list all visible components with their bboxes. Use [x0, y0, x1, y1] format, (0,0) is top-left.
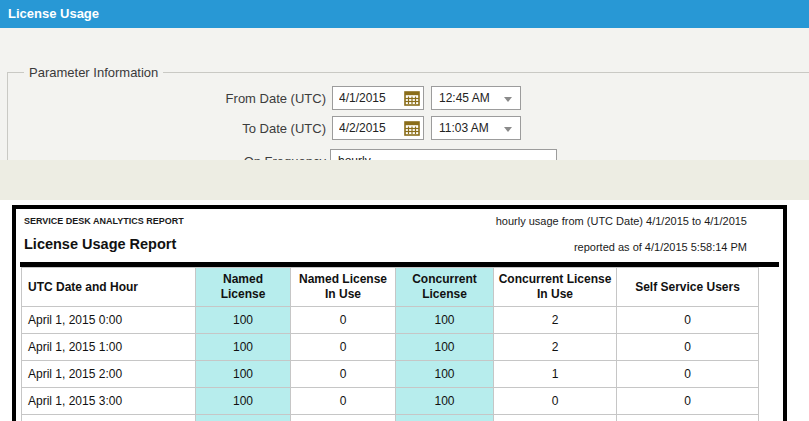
cell-self-service: 0	[617, 307, 759, 334]
cell-self-service: 0	[617, 334, 759, 361]
cell-concurrent-license: 100	[396, 334, 494, 361]
table-row: April 1, 2015 1:00 100 0 100 2 0	[22, 334, 759, 361]
cell-concurrent-license: 100	[396, 388, 494, 415]
cell-named-in-use: 0	[291, 388, 396, 415]
license-usage-window: License Usage Parameter Information From…	[0, 0, 809, 421]
table-row: April 1, 2015 4:00 100 0 100 0 0	[22, 415, 759, 421]
cell-date: April 1, 2015 3:00	[22, 388, 196, 415]
table-row: April 1, 2015 3:00 100 0 100 0 0	[22, 388, 759, 415]
cell-concurrent-in-use: 0	[494, 415, 617, 421]
cell-named-license: 100	[196, 388, 291, 415]
cell-concurrent-in-use: 0	[494, 388, 617, 415]
parameter-section: Parameter Information From Date (UTC) 12…	[0, 28, 809, 160]
parameter-groupbox-legend: Parameter Information	[24, 65, 163, 80]
col-header-utc-date: UTC Date and Hour	[22, 268, 196, 307]
report-viewport: SERVICE DESK ANALYTICS REPORT hourly usa…	[12, 205, 787, 421]
from-date-label: From Date (UTC)	[120, 91, 326, 106]
cell-named-license: 100	[196, 334, 291, 361]
to-date-label: To Date (UTC)	[120, 121, 326, 136]
cell-date: April 1, 2015 2:00	[22, 361, 196, 388]
cell-concurrent-in-use: 2	[494, 334, 617, 361]
cell-date: April 1, 2015 1:00	[22, 334, 196, 361]
cell-concurrent-license: 100	[396, 361, 494, 388]
cell-named-in-use: 0	[291, 334, 396, 361]
cell-concurrent-in-use: 2	[494, 307, 617, 334]
report-timestamp-label: reported as of 4/1/2015 5:58:14 PM	[574, 241, 747, 253]
cell-date: April 1, 2015 0:00	[22, 307, 196, 334]
report-toolbar: of 1 Select a format Export	[0, 160, 809, 200]
report-range-label: hourly usage from (UTC Date) 4/1/2015 to…	[496, 215, 747, 227]
table-header-row: UTC Date and Hour Named License Named Li…	[22, 268, 759, 307]
cell-named-in-use: 0	[291, 361, 396, 388]
cell-named-license: 100	[196, 415, 291, 421]
col-header-concurrent-in-use: Concurrent License In Use	[494, 268, 617, 307]
to-date-calendar-icon[interactable]	[404, 120, 420, 136]
cell-self-service: 0	[617, 361, 759, 388]
chevron-down-icon	[504, 127, 512, 132]
to-time-value: 11:03 AM	[439, 121, 489, 135]
chevron-down-icon	[504, 97, 512, 102]
report-brand-label: SERVICE DESK ANALYTICS REPORT	[24, 216, 184, 226]
cell-date: April 1, 2015 4:00	[22, 415, 196, 421]
cell-named-in-use: 0	[291, 307, 396, 334]
cell-named-license: 100	[196, 361, 291, 388]
to-time-select[interactable]: 11:03 AM	[431, 116, 521, 140]
cell-concurrent-license: 100	[396, 307, 494, 334]
from-date-calendar-icon[interactable]	[404, 90, 420, 106]
col-header-self-service: Self Service Users	[617, 268, 759, 307]
cell-named-in-use: 0	[291, 415, 396, 421]
license-usage-table: UTC Date and Hour Named License Named Li…	[21, 267, 759, 421]
table-row: April 1, 2015 0:00 100 0 100 2 0	[22, 307, 759, 334]
table-row: April 1, 2015 2:00 100 0 100 1 0	[22, 361, 759, 388]
from-time-value: 12:45 AM	[439, 91, 490, 105]
page-title: License Usage	[0, 0, 809, 28]
from-time-select[interactable]: 12:45 AM	[431, 86, 521, 110]
col-header-named-in-use: Named License In Use	[291, 268, 396, 307]
col-header-named-license: Named License	[196, 268, 291, 307]
cell-concurrent-in-use: 1	[494, 361, 617, 388]
report-title: License Usage Report	[24, 236, 176, 252]
col-header-concurrent-license: Concurrent License	[396, 268, 494, 307]
cell-named-license: 100	[196, 307, 291, 334]
cell-self-service: 0	[617, 388, 759, 415]
cell-self-service: 0	[617, 415, 759, 421]
cell-concurrent-license: 100	[396, 415, 494, 421]
